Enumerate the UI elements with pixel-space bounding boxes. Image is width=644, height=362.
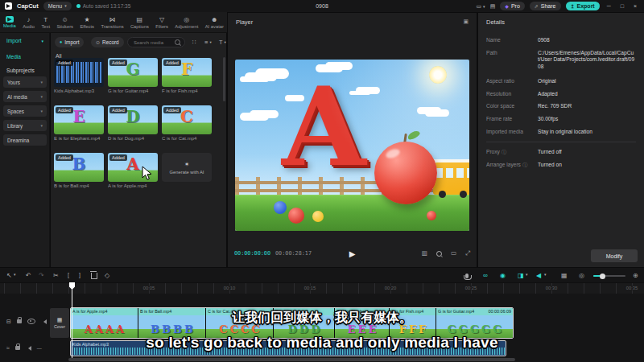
video-preview[interactable]: A — [235, 60, 469, 231]
select-tool-icon[interactable]: ↖ — [6, 272, 12, 279]
share-button[interactable]: ⇗ Share — [530, 2, 561, 10]
media-item-name: G is for Guitar.mp4 — [108, 88, 158, 93]
tab-ai-avatar[interactable]: ☻ AI avatar — [205, 16, 224, 29]
sidebar-item-ai-media[interactable]: AI media ▾ — [3, 91, 47, 102]
tab-label: Audio — [23, 24, 35, 29]
sidebar-item-spaces[interactable]: Spaces ▾ — [3, 105, 47, 117]
media-item-video[interactable]: Added D D is for Dog.mp4 — [108, 105, 158, 141]
sort-dropdown[interactable]: ≡ ▾ — [204, 39, 212, 46]
effects-tab-icon: ★ — [85, 16, 90, 23]
pro-button[interactable]: ◆ Pro — [500, 2, 525, 10]
tab-transitions[interactable]: ⋈ Transitions — [101, 16, 123, 29]
record-button[interactable]: ⊙ Record — [91, 37, 124, 47]
tab-stickers[interactable]: ☺ Stickers — [56, 16, 73, 29]
chevron-down-icon: ▾ — [40, 94, 43, 99]
linked-selection-icon[interactable]: ◉ — [500, 272, 506, 279]
chevron-down-icon: ▾ — [40, 109, 43, 113]
cover-template-icon[interactable]: ▦ — [561, 272, 568, 279]
undo-icon[interactable]: ↶ — [26, 272, 31, 279]
zoom-slider-handle[interactable] — [600, 274, 605, 279]
tab-text[interactable]: T Text — [41, 16, 50, 29]
media-item-video[interactable]: Added G G is for Guitar.mp4 — [108, 58, 158, 93]
redo-icon[interactable]: ↷ — [39, 272, 44, 279]
media-ribbon-tabs: ▶ Media ♪ Audio T Text ☺ Stickers ★ Effe… — [0, 12, 227, 33]
timeline-zoom-slider[interactable] — [593, 275, 625, 277]
modify-button[interactable]: Modify — [591, 249, 638, 262]
player-expand-icon[interactable]: ▣ — [463, 19, 469, 24]
sidebar-item-label: Library — [7, 123, 23, 129]
audio-tab-icon: ♪ — [27, 16, 31, 23]
search-input[interactable] — [132, 39, 172, 46]
tab-audio[interactable]: ♪ Audio — [23, 16, 35, 29]
sidebar-item-import[interactable]: Import ▾ — [6, 38, 43, 43]
tab-adjustment[interactable]: ◎ Adjustment — [175, 16, 198, 29]
close-button[interactable]: × — [631, 3, 639, 9]
snapping-icon[interactable]: ◎ — [579, 272, 584, 279]
chevron-down-icon[interactable]: ▾ — [526, 272, 528, 277]
chevron-down-icon: ▾ — [40, 80, 43, 84]
keyframe-icon[interactable]: ◇ — [105, 272, 109, 279]
panels-icon[interactable]: ▤ — [490, 3, 496, 9]
media-item-video[interactable]: Added B B is for Ball.mp4 — [54, 153, 104, 188]
play-button[interactable]: ▶ — [349, 249, 356, 258]
grid-view-icon[interactable]: ∷ — [192, 39, 196, 46]
split-icon[interactable]: ✂ — [53, 272, 59, 279]
sidebar-item-yours[interactable]: Yours ▾ — [3, 76, 47, 88]
minimize-button[interactable]: ─ — [605, 3, 613, 9]
delete-icon[interactable] — [91, 273, 97, 281]
media-item-audio[interactable]: Added Kids Alphabet.mp3 — [54, 58, 104, 93]
media-item-video[interactable]: Added E E is for Elephant.mp4 — [54, 105, 104, 141]
added-badge: Added — [163, 107, 181, 113]
detail-label: Color space — [486, 103, 538, 110]
info-icon[interactable]: ⓘ — [522, 162, 527, 169]
video-thumbnail: Added D — [108, 105, 158, 134]
detail-label: Aspect ratio — [486, 78, 538, 85]
sort-icon: ≡ — [204, 39, 208, 46]
sidebar-item-library[interactable]: Library ▾ — [3, 120, 47, 131]
info-icon[interactable]: ⓘ — [502, 149, 506, 156]
chevron-down-icon[interactable]: ▾ — [14, 272, 16, 277]
timeline-scrollbar[interactable] — [68, 358, 515, 361]
import-button[interactable]: ● Import — [55, 37, 84, 47]
ruler-label: 00:30 — [544, 286, 559, 290]
autosave-status: Auto saved 13:17:35 — [76, 3, 131, 9]
detail-value: 30.00fps — [538, 116, 636, 123]
sidebar-item-media[interactable]: Media — [6, 54, 21, 60]
menu-button[interactable]: Menu ▾ — [43, 2, 72, 10]
tab-label: Filters — [155, 24, 168, 29]
type-filter-dropdown[interactable]: T ▾ — [219, 39, 226, 46]
track-volume-icon[interactable]: ◀ — [536, 272, 541, 279]
preview-quality-icon[interactable]: ▥ — [422, 250, 427, 257]
tab-captions[interactable]: ▤ Captions — [130, 16, 149, 29]
ruler-label: 00:25 — [464, 286, 479, 290]
media-item-video[interactable]: Added C C is for Cat.mp4 — [162, 105, 212, 141]
sidebar-item-dreamina[interactable]: Dreamina — [3, 134, 47, 146]
media-panel-scrollbar[interactable] — [223, 57, 225, 101]
smart-zoom-icon[interactable] — [436, 251, 442, 257]
adjustment-tab-icon: ◎ — [184, 16, 189, 23]
sidebar-item-subprojects[interactable]: Subprojects — [6, 68, 35, 73]
tab-filters[interactable]: ▽ Filters — [155, 16, 168, 29]
export-button[interactable]: ↥ Export — [566, 2, 600, 10]
media-item-video[interactable]: Added F F is for Fish.mp4 — [162, 58, 212, 93]
media-tab-icon: ▶ — [6, 16, 13, 23]
preview-axis-icon[interactable]: ◨ — [518, 272, 524, 279]
capcut-window: CapCut Menu ▾ Auto saved 13:17:35 0908 ▭… — [0, 0, 644, 362]
aspect-ratio-icon[interactable]: ▭ — [451, 250, 456, 257]
timeline-ruler[interactable]: 00:05 00:10 00:15 00:20 00:25 00:30 00:3… — [0, 282, 644, 294]
generate-with-ai-tile[interactable]: ✶ Generate with AI — [162, 153, 212, 182]
added-badge: Added — [56, 154, 73, 161]
fullscreen-icon[interactable]: ⤢ — [465, 250, 470, 257]
zoom-fit-icon[interactable]: ⊕ — [633, 272, 638, 279]
delete-left-icon[interactable]: [ — [68, 272, 69, 278]
maximize-button[interactable]: □ — [618, 3, 626, 9]
magnetic-timeline-icon[interactable]: ∞ — [483, 272, 488, 279]
chevron-down-icon[interactable]: ▾ — [544, 272, 547, 277]
tab-effects[interactable]: ★ Effects — [80, 16, 94, 29]
delete-right-icon[interactable]: ] — [79, 272, 80, 278]
search-icon[interactable] — [175, 39, 180, 45]
capcut-logo-icon — [5, 2, 12, 10]
layout-selector-icon[interactable]: ▭ ▾ — [477, 3, 485, 9]
voiceover-mic-icon[interactable] — [465, 273, 469, 280]
tab-media[interactable]: ▶ Media — [3, 16, 16, 28]
